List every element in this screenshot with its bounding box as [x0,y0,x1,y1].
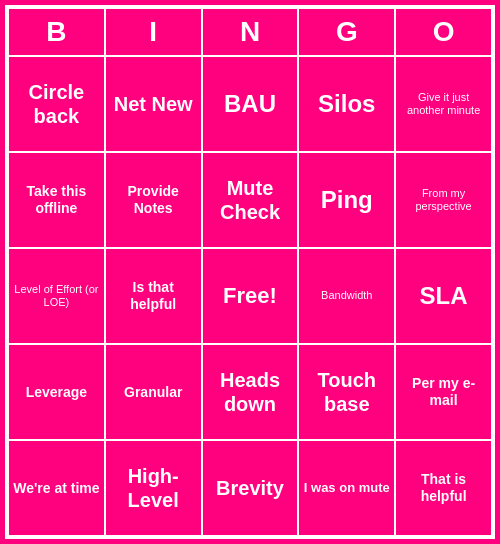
grid-row-0: Circle back Net New BAU Silos Give it ju… [8,56,492,152]
grid-row-2: Level of Effort (or LOE) Is that helpful… [8,248,492,344]
cell-1-2: Mute Check [202,152,299,248]
cell-1-3: Ping [298,152,395,248]
cell-0-1: Net New [105,56,202,152]
cell-3-0: Leverage [8,344,105,440]
cell-2-0: Level of Effort (or LOE) [8,248,105,344]
header-o: O [395,8,492,56]
cell-0-4: Give it just another minute [395,56,492,152]
cell-0-3: Silos [298,56,395,152]
cell-3-3: Touch base [298,344,395,440]
cell-4-3: I was on mute [298,440,395,536]
grid-row-1: Take this offline Provide Notes Mute Che… [8,152,492,248]
cell-1-0: Take this offline [8,152,105,248]
cell-3-1: Granular [105,344,202,440]
cell-3-2: Heads down [202,344,299,440]
bingo-grid: Circle back Net New BAU Silos Give it ju… [8,56,492,536]
cell-2-2: Free! [202,248,299,344]
header-n: N [202,8,299,56]
cell-0-0: Circle back [8,56,105,152]
cell-2-1: Is that helpful [105,248,202,344]
cell-1-1: Provide Notes [105,152,202,248]
bingo-card: B I N G O Circle back Net New BAU Silos … [5,5,495,539]
cell-0-2: BAU [202,56,299,152]
cell-4-1: High-Level [105,440,202,536]
cell-1-4: From my perspective [395,152,492,248]
cell-3-4: Per my e-mail [395,344,492,440]
cell-2-3: Bandwidth [298,248,395,344]
cell-4-4: That is helpful [395,440,492,536]
cell-2-4: SLA [395,248,492,344]
grid-row-3: Leverage Granular Heads down Touch base … [8,344,492,440]
header-row: B I N G O [8,8,492,56]
header-b: B [8,8,105,56]
cell-4-2: Brevity [202,440,299,536]
cell-4-0: We're at time [8,440,105,536]
grid-row-4: We're at time High-Level Brevity I was o… [8,440,492,536]
header-i: I [105,8,202,56]
header-g: G [298,8,395,56]
